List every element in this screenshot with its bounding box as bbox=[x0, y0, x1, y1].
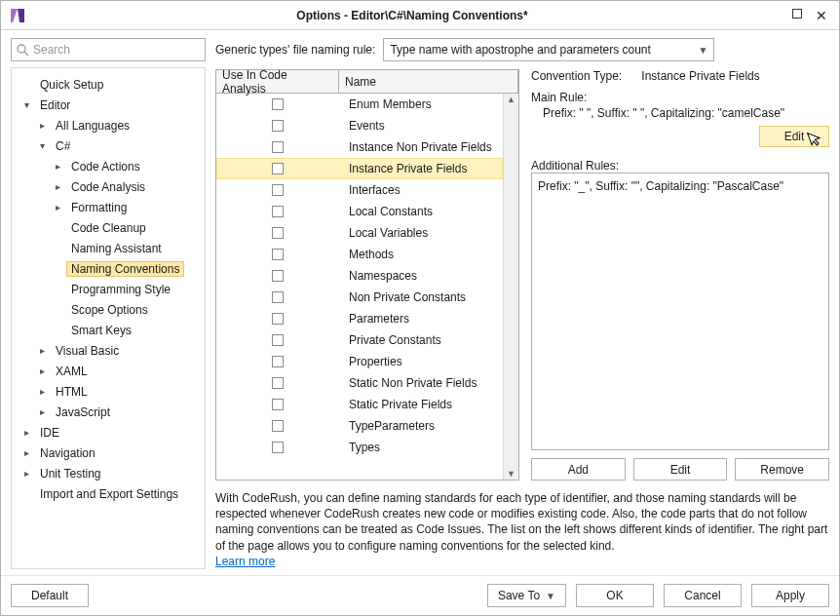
add-rule-button[interactable]: Add bbox=[531, 458, 626, 481]
row-name: TypeParameters bbox=[339, 419, 503, 433]
expand-icon[interactable] bbox=[21, 99, 31, 110]
search-input[interactable]: Search bbox=[11, 38, 206, 61]
use-in-analysis-checkbox[interactable] bbox=[272, 98, 284, 110]
table-row[interactable]: Enum Members bbox=[216, 94, 503, 115]
table-row[interactable]: TypeParameters bbox=[216, 415, 503, 437]
remove-rule-button[interactable]: Remove bbox=[735, 458, 829, 481]
scroll-up-icon[interactable]: ▲ bbox=[507, 95, 515, 104]
app-icon bbox=[9, 7, 26, 24]
tree-naming-assistant[interactable]: Naming Assistant bbox=[66, 241, 167, 256]
window-title: Options - Editor\C#\Naming Conventions* bbox=[32, 9, 792, 22]
table-row[interactable]: Instance Private Fields bbox=[216, 158, 503, 179]
save-to-button[interactable]: Save To ▼ bbox=[487, 584, 566, 607]
table-row[interactable]: Local Constants bbox=[216, 201, 503, 222]
body: Search Quick Setup Editor All Languages … bbox=[1, 30, 839, 575]
expand-icon[interactable] bbox=[37, 386, 47, 397]
tree-ide[interactable]: IDE bbox=[35, 425, 64, 441]
use-in-analysis-checkbox[interactable] bbox=[272, 120, 284, 132]
table-row[interactable]: Parameters bbox=[216, 308, 503, 329]
ok-button[interactable]: OK bbox=[576, 584, 654, 607]
table-row[interactable]: Events bbox=[216, 115, 503, 136]
use-in-analysis-checkbox[interactable] bbox=[272, 420, 284, 432]
expand-icon[interactable] bbox=[21, 427, 31, 438]
table-row[interactable]: Interfaces bbox=[216, 179, 503, 201]
file-naming-rule-combo[interactable]: Type name with apostrophe and parameters… bbox=[383, 38, 714, 61]
options-tree[interactable]: Quick Setup Editor All Languages C# Code… bbox=[11, 67, 206, 569]
tree-code-actions[interactable]: Code Actions bbox=[66, 159, 145, 174]
apply-button[interactable]: Apply bbox=[751, 584, 829, 607]
learn-more-link[interactable]: Learn more bbox=[215, 555, 275, 568]
use-in-analysis-checkbox[interactable] bbox=[272, 270, 284, 282]
table-row[interactable]: Methods bbox=[216, 244, 503, 265]
file-naming-rule-label: Generic types' file naming rule: bbox=[215, 43, 375, 57]
use-in-analysis-checkbox[interactable] bbox=[272, 291, 284, 303]
tree-javascript[interactable]: JavaScript bbox=[51, 404, 115, 420]
use-in-analysis-checkbox[interactable] bbox=[272, 399, 284, 410]
tree-editor[interactable]: Editor bbox=[35, 97, 75, 113]
table-row[interactable]: Static Private Fields bbox=[216, 394, 503, 415]
table-row[interactable]: Instance Non Private Fields bbox=[216, 136, 503, 158]
use-in-analysis-checkbox[interactable] bbox=[272, 249, 284, 260]
tree-formatting[interactable]: Formatting bbox=[66, 200, 132, 215]
row-name: Parameters bbox=[339, 312, 503, 326]
edit-main-rule-button[interactable]: Edit bbox=[759, 126, 829, 147]
table-row[interactable]: Non Private Constants bbox=[216, 287, 503, 308]
expand-icon[interactable] bbox=[53, 181, 62, 192]
expand-icon[interactable] bbox=[37, 120, 47, 131]
chevron-down-icon: ▼ bbox=[546, 591, 555, 601]
use-in-analysis-checkbox[interactable] bbox=[272, 206, 284, 217]
row-name: Enum Members bbox=[339, 97, 503, 111]
expand-icon[interactable] bbox=[37, 140, 47, 151]
use-in-analysis-checkbox[interactable] bbox=[272, 356, 284, 367]
tree-visual-basic[interactable]: Visual Basic bbox=[51, 343, 124, 359]
table-row[interactable]: Static Non Private Fields bbox=[216, 372, 503, 394]
vertical-scrollbar[interactable]: ▲ ▼ bbox=[503, 94, 518, 480]
cancel-button[interactable]: Cancel bbox=[664, 584, 742, 607]
use-in-analysis-checkbox[interactable] bbox=[272, 163, 284, 174]
table-row[interactable]: Private Constants bbox=[216, 329, 503, 351]
edit-rule-button[interactable]: Edit bbox=[633, 458, 728, 481]
use-in-analysis-checkbox[interactable] bbox=[272, 377, 284, 389]
tree-naming-conventions[interactable]: Naming Conventions bbox=[66, 261, 184, 277]
table-row[interactable]: Local Variables bbox=[216, 222, 503, 244]
expand-icon[interactable] bbox=[37, 366, 47, 376]
tree-unit-testing[interactable]: Unit Testing bbox=[35, 466, 105, 481]
tree-scope-options[interactable]: Scope Options bbox=[66, 302, 153, 318]
expand-icon[interactable] bbox=[21, 468, 31, 479]
table-row[interactable]: Properties bbox=[216, 351, 503, 372]
tree-csharp[interactable]: C# bbox=[51, 138, 75, 154]
tree-import-export[interactable]: Import and Export Settings bbox=[35, 486, 183, 502]
tree-html[interactable]: HTML bbox=[51, 384, 93, 400]
column-name-header[interactable]: Name bbox=[339, 70, 518, 93]
use-in-analysis-checkbox[interactable] bbox=[272, 442, 284, 453]
tree-smart-keys[interactable]: Smart Keys bbox=[66, 323, 136, 338]
row-name: Namespaces bbox=[339, 269, 503, 283]
tree-programming-style[interactable]: Programming Style bbox=[66, 282, 175, 297]
use-in-analysis-checkbox[interactable] bbox=[272, 334, 284, 346]
use-in-analysis-checkbox[interactable] bbox=[272, 184, 284, 196]
tree-xaml[interactable]: XAML bbox=[51, 364, 93, 379]
expand-icon[interactable] bbox=[21, 447, 31, 458]
table-row[interactable]: Namespaces bbox=[216, 265, 503, 287]
expand-icon[interactable] bbox=[53, 202, 62, 212]
table-row[interactable]: Types bbox=[216, 437, 503, 458]
expand-icon[interactable] bbox=[53, 161, 62, 172]
expand-icon[interactable] bbox=[37, 345, 47, 356]
tree-code-analysis[interactable]: Code Analysis bbox=[66, 179, 150, 195]
additional-rule-item[interactable]: Prefix: "_", Suffix: "", Capitalizing: "… bbox=[538, 177, 822, 195]
tree-code-cleanup[interactable]: Code Cleanup bbox=[66, 220, 151, 236]
additional-rules-list[interactable]: Prefix: "_", Suffix: "", Capitalizing: "… bbox=[531, 173, 829, 450]
use-in-analysis-checkbox[interactable] bbox=[272, 141, 284, 153]
default-button[interactable]: Default bbox=[11, 584, 89, 607]
use-in-analysis-checkbox[interactable] bbox=[272, 313, 284, 325]
tree-navigation[interactable]: Navigation bbox=[35, 445, 100, 461]
maximize-button[interactable] bbox=[792, 9, 802, 19]
column-use-header[interactable]: Use In Code Analysis bbox=[216, 70, 339, 93]
close-button[interactable]: ✕ bbox=[816, 9, 827, 22]
tree-quick-setup[interactable]: Quick Setup bbox=[35, 77, 108, 93]
use-in-analysis-checkbox[interactable] bbox=[272, 227, 284, 239]
scroll-down-icon[interactable]: ▼ bbox=[507, 469, 515, 479]
row-name: Types bbox=[339, 441, 503, 454]
tree-all-languages[interactable]: All Languages bbox=[51, 118, 134, 134]
expand-icon[interactable] bbox=[37, 406, 47, 417]
